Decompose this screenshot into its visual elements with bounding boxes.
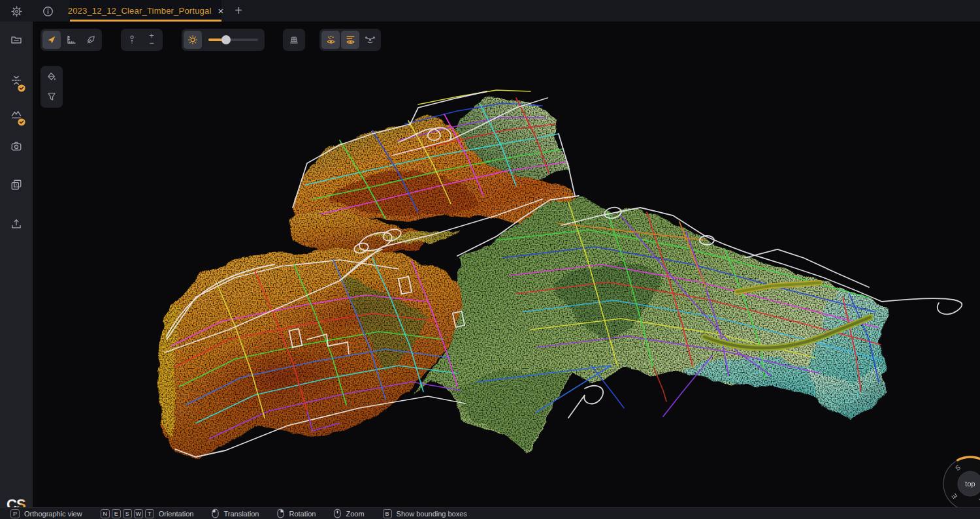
- mouse-right-click-icon: [277, 509, 284, 518]
- app-window: top W N E S 2023_12_12_Clear: [0, 0, 980, 519]
- 3d-viewport[interactable]: top W N E S: [33, 22, 980, 507]
- classify-filter-group: [41, 66, 63, 108]
- point-size-group: + −: [121, 29, 163, 51]
- export-button[interactable]: [7, 215, 25, 233]
- toggle-trajectory-visibility[interactable]: [341, 31, 359, 49]
- point-size-icon: [127, 35, 137, 45]
- shortcut-translation: Translation: [212, 509, 259, 518]
- info-icon: [42, 6, 54, 17]
- mesh-view-button[interactable]: [285, 31, 303, 49]
- keycap-e: E: [112, 509, 121, 518]
- tab-title: 2023_12_12_Clear_Timber_Portugal: [68, 6, 212, 16]
- terrain-done-badge: [18, 118, 25, 126]
- shortcut-label: Orientation: [159, 510, 194, 518]
- keycap-w: W: [134, 509, 143, 518]
- colorize-button[interactable]: [42, 68, 61, 86]
- funnel-icon: [46, 91, 57, 102]
- shortcut-label: Rotation: [289, 510, 316, 518]
- shortcut-orientation: N E S W T Orientation: [101, 509, 194, 518]
- layers-images-icon: [10, 179, 22, 191]
- tab-close-icon[interactable]: ×: [218, 6, 224, 16]
- tab-active-underline: [70, 20, 221, 22]
- sun-icon: [188, 35, 198, 45]
- mouse-left-click-icon: [212, 509, 219, 518]
- left-sidebar: C S: [0, 22, 33, 507]
- info-button[interactable]: [40, 3, 56, 19]
- navigate-arrow-icon: [46, 35, 57, 45]
- measure-tool-button[interactable]: [62, 31, 80, 49]
- shortcut-orthographic: P Orthographic view: [10, 509, 82, 518]
- tab-project[interactable]: 2023_12_12_Clear_Timber_Portugal ×: [70, 0, 221, 22]
- annotate-tool-button[interactable]: [82, 31, 100, 49]
- mesh-grid-icon: [289, 35, 299, 45]
- top-bar: 2023_12_12_Clear_Timber_Portugal × +: [0, 0, 980, 22]
- filter-button[interactable]: [42, 87, 61, 106]
- point-cloud-terrain: [155, 93, 889, 457]
- toggle-pointcloud-visibility[interactable]: [321, 31, 340, 49]
- mesh-group: [283, 29, 305, 51]
- navigate-tool-button[interactable]: [42, 31, 61, 49]
- shortcut-bounding-boxes: B Show bounding boxes: [383, 509, 467, 518]
- status-bar: P Orthographic view N E S W T Orientatio…: [0, 507, 980, 519]
- gear-icon: [11, 6, 22, 17]
- keycap-s: S: [123, 509, 132, 518]
- paint-bucket-icon: [46, 72, 57, 82]
- mouse-scroll-icon: [334, 509, 341, 518]
- shortcut-zoom: Zoom: [334, 509, 364, 518]
- pointcloud-eye-icon: [325, 35, 336, 46]
- keycap-n: N: [101, 509, 110, 518]
- snapshots-button[interactable]: [7, 176, 25, 194]
- keycap-t: T: [145, 509, 154, 518]
- point-size-button[interactable]: [123, 31, 141, 49]
- point-cloud-scene: [33, 22, 980, 507]
- shortcut-label: Translation: [223, 510, 259, 518]
- visibility-group: [319, 29, 381, 51]
- shortcut-label: Show bounding boxes: [397, 510, 467, 518]
- compass-center-label: top: [965, 480, 975, 488]
- nav-tools-group: [41, 29, 102, 51]
- shortcut-label: Orthographic view: [24, 510, 82, 518]
- measure-ruler-icon: [66, 35, 76, 45]
- new-tab-button[interactable]: +: [229, 0, 248, 22]
- shortcut-rotation: Rotation: [277, 509, 316, 518]
- toggle-drone-visibility[interactable]: [361, 31, 379, 49]
- shortcut-label: Zoom: [346, 510, 364, 518]
- brightness-slider[interactable]: [206, 31, 261, 49]
- folder-button[interactable]: [7, 31, 25, 49]
- settings-button[interactable]: [8, 3, 24, 19]
- brightness-group: [182, 29, 265, 51]
- flatten-done-badge: [18, 84, 25, 92]
- stepper-decrease[interactable]: −: [149, 40, 154, 47]
- camera-views-button[interactable]: [7, 137, 25, 155]
- keycap-b: B: [383, 509, 392, 518]
- keycap-p: P: [10, 509, 20, 518]
- folder-icon: [10, 34, 22, 46]
- brightness-handle[interactable]: [221, 35, 231, 44]
- upload-icon: [10, 218, 22, 230]
- pen-icon: [86, 35, 96, 45]
- camera-icon: [10, 140, 22, 152]
- compass-widget[interactable]: top W N E S: [941, 454, 980, 513]
- point-size-stepper[interactable]: + −: [142, 31, 161, 49]
- brightness-button[interactable]: [184, 31, 202, 49]
- drone-icon: [365, 35, 376, 46]
- lines-eye-icon: [345, 35, 356, 46]
